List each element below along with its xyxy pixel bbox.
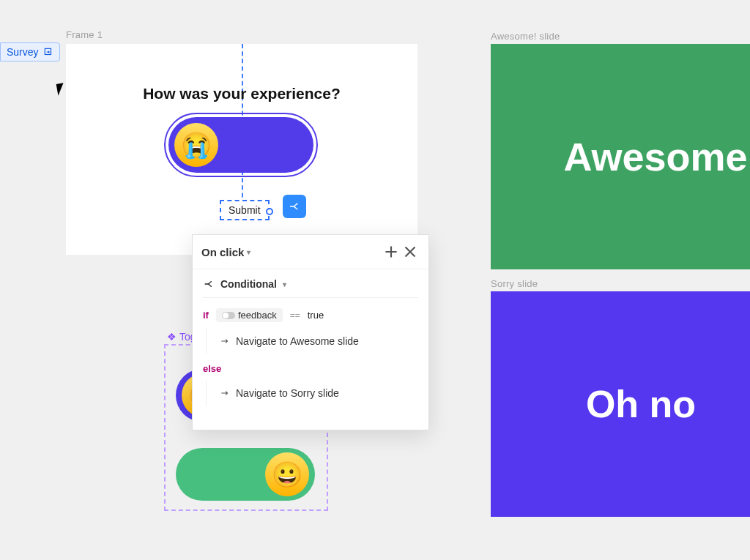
add-action-button[interactable] (382, 242, 401, 261)
compare-value: true (308, 310, 324, 321)
plus-icon (382, 242, 401, 261)
interactions-panel: On click ▾ Conditional ▾ if feedback (192, 234, 429, 430)
chevron-down-icon: ▾ (247, 248, 250, 256)
design-canvas[interactable]: Survey Frame 1 How was your experience? … (0, 0, 750, 560)
arrow-right-icon (220, 388, 230, 398)
submit-button[interactable]: Submit (220, 200, 270, 220)
else-keyword: else (203, 363, 221, 374)
interactions-panel-header: On click ▾ (193, 235, 428, 269)
if-actions-block: Navigate to Awesome slide (206, 328, 418, 354)
frame-label-awesome[interactable]: Awesome! slide (491, 31, 560, 42)
pointer-cursor-icon (56, 83, 66, 95)
frame-awesome-slide[interactable]: Awesome (491, 44, 750, 269)
interactions-panel-body: Conditional ▾ if feedback == true Naviga… (193, 269, 428, 424)
crying-face-icon: 😭 (174, 123, 218, 167)
navigate-action-if[interactable]: Navigate to Awesome slide (215, 328, 418, 354)
chevron-down-icon: ▾ (283, 280, 286, 288)
submit-button-label: Submit (229, 204, 261, 216)
component-diamond-icon: ❖ (167, 331, 177, 343)
operator: == (290, 310, 300, 321)
action-type-label: Conditional (220, 278, 277, 290)
flow-start-chip[interactable]: Survey (0, 42, 60, 61)
navigate-action-else-label: Navigate to Sorry slide (236, 387, 339, 399)
close-panel-button[interactable] (401, 242, 420, 261)
toggle-variant-happy[interactable]: 😀 (176, 448, 315, 501)
navigate-action-if-label: Navigate to Awesome slide (236, 335, 359, 347)
navigate-action-else[interactable]: Navigate to Sorry slide (215, 380, 418, 406)
flow-start-icon (43, 47, 53, 57)
variable-chip[interactable]: feedback (216, 308, 283, 322)
else-row[interactable]: else (203, 363, 418, 374)
frame-label-main[interactable]: Frame 1 (66, 29, 103, 40)
branch-icon (288, 200, 301, 213)
interaction-badge[interactable] (283, 195, 306, 218)
if-condition-row[interactable]: if feedback == true (203, 308, 418, 322)
awesome-slide-text: Awesome (563, 134, 747, 179)
variable-type-icon (222, 312, 235, 319)
feedback-toggle-sad[interactable]: 😭 (168, 117, 313, 173)
else-actions-block: Navigate to Sorry slide (206, 380, 418, 406)
survey-heading: How was your experience? (66, 85, 417, 102)
flow-start-label: Survey (7, 46, 39, 58)
if-keyword: if (203, 310, 209, 321)
arrow-right-icon (220, 336, 230, 346)
action-type-dropdown[interactable]: Conditional ▾ (203, 278, 418, 298)
trigger-label: On click (201, 246, 244, 258)
connection-handle[interactable] (266, 208, 273, 215)
frame-label-sorry[interactable]: Sorry slide (491, 278, 538, 289)
branch-icon (203, 278, 215, 290)
frame-survey[interactable]: How was your experience? 😭 (66, 44, 417, 255)
close-icon (401, 242, 420, 261)
variable-name: feedback (238, 310, 277, 321)
trigger-dropdown[interactable]: On click ▾ (201, 246, 250, 258)
frame-sorry-slide[interactable]: Oh no (491, 291, 750, 517)
grinning-face-icon: 😀 (265, 452, 309, 496)
sorry-slide-text: Oh no (586, 382, 696, 426)
